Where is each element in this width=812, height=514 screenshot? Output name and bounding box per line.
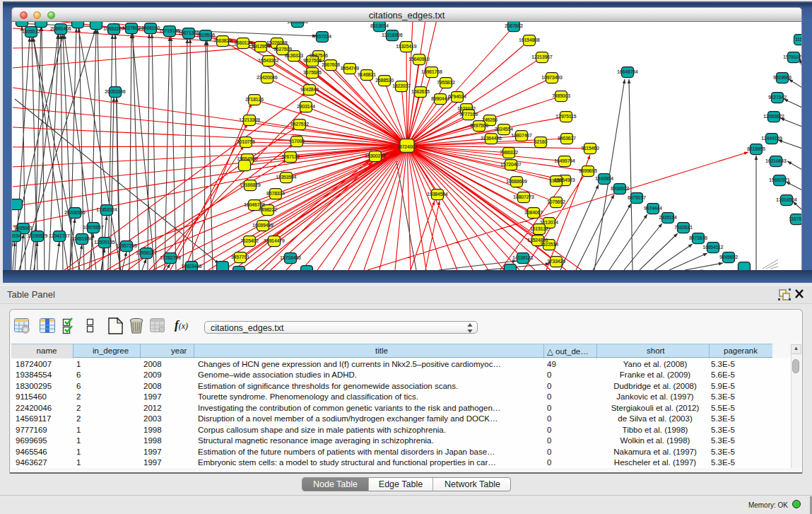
svg-text:15226058: 15226058 bbox=[266, 40, 288, 45]
svg-text:8454749: 8454749 bbox=[341, 66, 359, 71]
svg-text:16495794: 16495794 bbox=[554, 158, 575, 163]
svg-text:1615132: 1615132 bbox=[530, 226, 548, 231]
svg-text:2935114: 2935114 bbox=[659, 215, 677, 220]
svg-text:9699695: 9699695 bbox=[579, 168, 597, 173]
svg-text:3498222: 3498222 bbox=[259, 207, 277, 212]
svg-text:14138141: 14138141 bbox=[512, 255, 534, 260]
svg-text:9463627: 9463627 bbox=[558, 136, 576, 141]
svg-text:11353594: 11353594 bbox=[276, 175, 297, 180]
svg-text:12213369: 12213369 bbox=[239, 117, 260, 122]
svg-text:6879197: 6879197 bbox=[628, 195, 646, 200]
svg-text:12505135: 12505135 bbox=[94, 240, 115, 245]
svg-text:10688609: 10688609 bbox=[506, 179, 527, 184]
svg-text:16782759: 16782759 bbox=[160, 255, 181, 260]
svg-text:10654112: 10654112 bbox=[703, 245, 724, 250]
svg-text:20691406: 20691406 bbox=[50, 26, 71, 31]
svg-text:2718126: 2718126 bbox=[245, 97, 264, 102]
svg-text:1075692: 1075692 bbox=[547, 199, 565, 204]
svg-text:11325419: 11325419 bbox=[396, 44, 417, 49]
svg-text:12213967: 12213967 bbox=[531, 54, 553, 59]
svg-text:9660124: 9660124 bbox=[234, 40, 252, 45]
svg-text:9227342: 9227342 bbox=[768, 95, 787, 100]
svg-text:62160: 62160 bbox=[534, 139, 548, 144]
svg-text:3267130: 3267130 bbox=[281, 154, 300, 159]
svg-text:1562615: 1562615 bbox=[411, 89, 430, 94]
svg-text:10975657: 10975657 bbox=[83, 225, 104, 230]
svg-text:15716485: 15716485 bbox=[280, 255, 301, 260]
svg-text:12444159: 12444159 bbox=[761, 136, 782, 141]
svg-text:6466160: 6466160 bbox=[141, 25, 160, 30]
svg-text:8427512: 8427512 bbox=[290, 122, 309, 127]
svg-text:9242843: 9242843 bbox=[300, 87, 319, 92]
svg-text:11451934: 11451934 bbox=[72, 236, 93, 241]
svg-text:7955812: 7955812 bbox=[437, 80, 455, 85]
svg-text:21364436: 21364436 bbox=[481, 136, 502, 141]
svg-text:16154808: 16154808 bbox=[519, 37, 540, 42]
svg-text:7986322: 7986322 bbox=[500, 150, 518, 155]
svg-text:1405572: 1405572 bbox=[22, 29, 40, 34]
svg-text:2867608: 2867608 bbox=[322, 62, 340, 67]
svg-text:16961758: 16961758 bbox=[421, 69, 442, 74]
svg-text:16543362: 16543362 bbox=[258, 58, 279, 63]
svg-text:20053346: 20053346 bbox=[105, 89, 126, 94]
svg-text:19384554: 19384554 bbox=[427, 192, 448, 197]
svg-text:9935061: 9935061 bbox=[14, 226, 33, 230]
svg-text:16914479: 16914479 bbox=[264, 238, 285, 243]
svg-text:2588520: 2588520 bbox=[375, 78, 394, 83]
svg-text:7357224: 7357224 bbox=[313, 34, 331, 39]
svg-text:11156829: 11156829 bbox=[28, 233, 48, 238]
svg-text:9115460: 9115460 bbox=[581, 146, 599, 151]
svg-text:9527508: 9527508 bbox=[303, 58, 322, 63]
svg-text:417006: 417006 bbox=[289, 139, 305, 144]
svg-text:10973493: 10973493 bbox=[541, 75, 563, 80]
svg-text:6497568: 6497568 bbox=[470, 123, 488, 128]
svg-text:16648784: 16648784 bbox=[617, 69, 638, 74]
svg-text:17353924: 17353924 bbox=[96, 207, 117, 212]
svg-text:10719155: 10719155 bbox=[159, 28, 180, 33]
svg-text:17016504: 17016504 bbox=[776, 197, 797, 202]
svg-text:2522514: 2522514 bbox=[540, 242, 558, 247]
svg-text:1440954: 1440954 bbox=[595, 176, 613, 181]
svg-text:1112: 1112 bbox=[795, 37, 802, 42]
svg-text:7485003: 7485003 bbox=[552, 93, 570, 98]
svg-text:1733426: 1733426 bbox=[547, 259, 565, 264]
svg-text:8215955: 8215955 bbox=[747, 146, 765, 151]
svg-text:746266: 746266 bbox=[482, 117, 498, 122]
svg-text:11923446: 11923446 bbox=[182, 264, 202, 269]
svg-text:18724007: 18724007 bbox=[396, 144, 418, 149]
svg-text:20206556: 20206556 bbox=[64, 210, 86, 215]
svg-text:19654985: 19654985 bbox=[237, 156, 258, 161]
svg-text:7632621: 7632621 bbox=[674, 225, 693, 230]
svg-text:18807273: 18807273 bbox=[513, 194, 534, 199]
svg-text:3624554: 3624554 bbox=[495, 127, 513, 132]
svg-text:8938923: 8938923 bbox=[611, 186, 629, 191]
svg-text:9457791: 9457791 bbox=[231, 255, 249, 259]
svg-text:2803144: 2803144 bbox=[297, 104, 315, 109]
svg-text:6794024: 6794024 bbox=[448, 94, 466, 99]
svg-text:9245652: 9245652 bbox=[719, 255, 738, 259]
svg-text:9329966: 9329966 bbox=[773, 75, 792, 80]
svg-text:19166829: 19166829 bbox=[240, 182, 261, 187]
svg-text:7625402: 7625402 bbox=[240, 238, 259, 243]
svg-text:10653267: 10653267 bbox=[103, 26, 124, 31]
svg-text:8471676: 8471676 bbox=[689, 235, 707, 240]
svg-text:2087682: 2087682 bbox=[505, 23, 523, 28]
svg-text:8990444: 8990444 bbox=[431, 96, 449, 101]
svg-text:15692971: 15692971 bbox=[769, 177, 790, 182]
svg-text:1527602: 1527602 bbox=[122, 25, 141, 30]
svg-text:10807467: 10807467 bbox=[511, 133, 532, 138]
svg-text:8813054: 8813054 bbox=[370, 23, 389, 28]
svg-text:1612074: 1612074 bbox=[540, 220, 558, 225]
svg-text:12093822: 12093822 bbox=[763, 114, 784, 119]
svg-text:3675685: 3675685 bbox=[303, 70, 322, 75]
svg-text:3084067: 3084067 bbox=[524, 210, 543, 215]
svg-text:10958127: 10958127 bbox=[136, 250, 157, 255]
svg-text:39154: 39154 bbox=[12, 233, 21, 238]
svg-text:18300275: 18300275 bbox=[365, 153, 386, 158]
svg-text:7515526: 7515526 bbox=[196, 33, 215, 37]
svg-text:13218506: 13218506 bbox=[382, 33, 403, 37]
svg-text:15751074: 15751074 bbox=[783, 54, 802, 59]
svg-text:1010755: 1010755 bbox=[237, 139, 255, 144]
svg-text:8136323: 8136323 bbox=[285, 53, 303, 58]
svg-text:12975115: 12975115 bbox=[556, 114, 577, 119]
